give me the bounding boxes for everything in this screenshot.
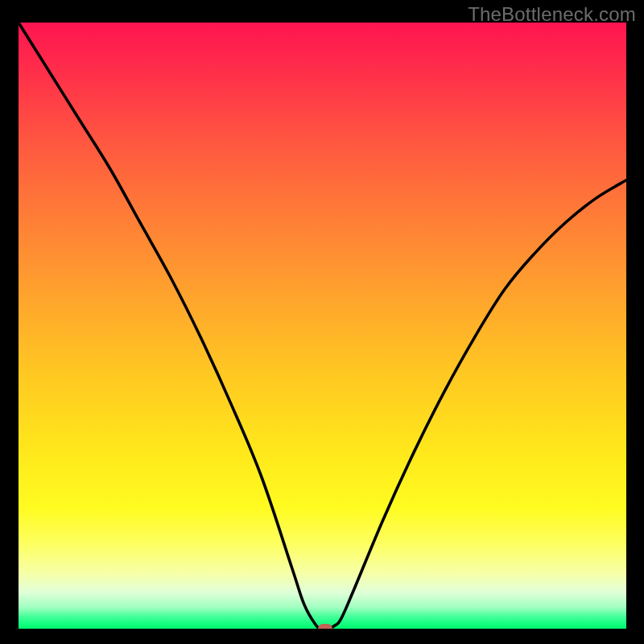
- optimum-marker: [318, 624, 332, 629]
- bottleneck-curve: [19, 23, 626, 629]
- chart-frame: TheBottleneck.com: [0, 0, 644, 644]
- curve-svg: [19, 23, 626, 629]
- plot-area: [19, 23, 626, 629]
- watermark-text: TheBottleneck.com: [468, 3, 636, 26]
